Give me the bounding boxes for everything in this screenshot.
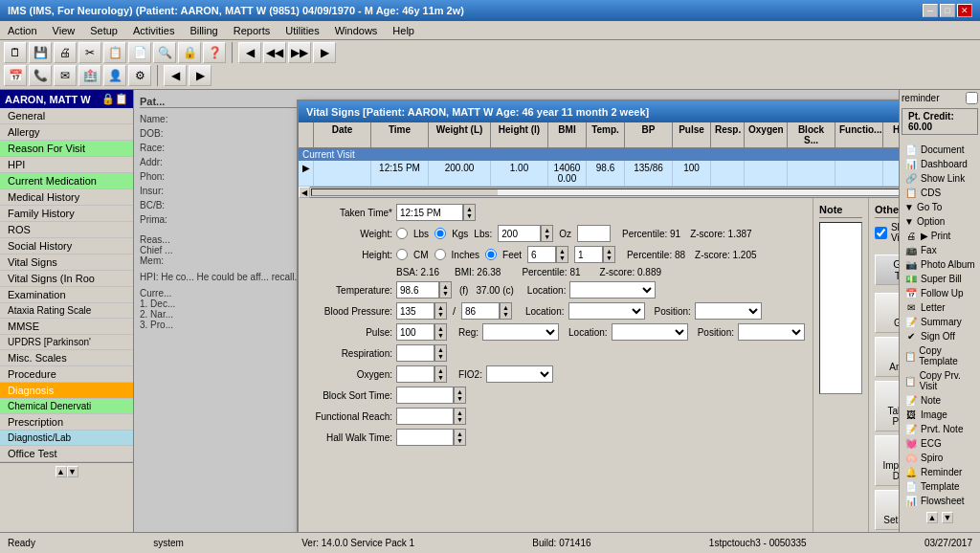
nav-procedure[interactable]: Procedure: [0, 366, 133, 383]
set-default-button[interactable]: ⚙ Set Default: [875, 490, 899, 530]
block-sort-input[interactable]: ▲ ▼: [396, 387, 466, 404]
temp-input[interactable]: ▲ ▼: [396, 281, 452, 299]
right-follow-up[interactable]: 📅 Follow Up: [902, 286, 978, 300]
grid-hscroll[interactable]: ◀ ▶: [299, 187, 899, 198]
spinner-down[interactable]: ▼: [464, 212, 475, 219]
weight-field[interactable]: [498, 225, 541, 242]
fr-down[interactable]: ▼: [455, 416, 465, 423]
bp-location-select[interactable]: [568, 302, 645, 320]
nav-family-history[interactable]: Family History: [0, 206, 133, 222]
menu-action[interactable]: Action: [4, 24, 41, 37]
spinner-up[interactable]: ▲: [464, 206, 475, 212]
menu-help[interactable]: Help: [389, 24, 418, 37]
nav-allergy[interactable]: Allergy: [0, 124, 133, 141]
hscroll-track[interactable]: [311, 188, 899, 196]
hscroll-left[interactable]: ◀: [299, 187, 310, 198]
pulse-spinner[interactable]: ▲ ▼: [434, 323, 447, 341]
oxygen-field[interactable]: [396, 365, 434, 383]
bps-up[interactable]: ▲: [435, 304, 446, 311]
nav-office-test[interactable]: Office Test: [0, 446, 133, 462]
nav-prescription[interactable]: Prescription: [0, 414, 133, 431]
analysis-button[interactable]: 📋 Analysis: [875, 337, 899, 377]
functional-spinner[interactable]: ▲ ▼: [454, 408, 466, 425]
weight-kgs-radio[interactable]: [434, 228, 446, 239]
toolbar-btn-8[interactable]: 🔒: [178, 42, 201, 63]
block-sort-spinner[interactable]: ▲ ▼: [454, 387, 466, 404]
nav-current-medication[interactable]: Current Medication: [0, 173, 133, 189]
toolbar-btn-16[interactable]: ✉: [54, 65, 77, 86]
functional-field[interactable]: [396, 408, 454, 425]
nav-updrs[interactable]: UPDRS [Parkinson': [0, 335, 133, 350]
taken-by-patient-button[interactable]: 👤 Taken By Patient: [875, 381, 899, 431]
bp-dia-spinner[interactable]: ▲ ▼: [500, 302, 512, 320]
menu-utilities[interactable]: Utilities: [281, 24, 323, 37]
reminder-checkbox[interactable]: [966, 92, 978, 104]
graph-button[interactable]: 📊 Graph: [875, 293, 899, 333]
toolbar-btn-1[interactable]: 🗒: [4, 42, 27, 63]
height-cm-radio[interactable]: [396, 249, 408, 260]
menu-reports[interactable]: Reports: [230, 24, 275, 37]
hf-down[interactable]: ▼: [557, 254, 568, 261]
bpd-down[interactable]: ▼: [501, 311, 511, 318]
grid-data-row[interactable]: ▶ 12:15 PM 200.00 1.00 14060 0.00 98.6 1…: [299, 161, 899, 187]
nav-reason-for-visit[interactable]: Reason For Visit: [0, 141, 133, 157]
weight-input[interactable]: ▲ ▼: [498, 225, 553, 242]
weight-down[interactable]: ▼: [542, 233, 552, 240]
toolbar-btn-20[interactable]: ◀: [164, 65, 187, 86]
nav-ros[interactable]: ROS: [0, 222, 133, 238]
taken-time-field[interactable]: [396, 204, 463, 221]
toolbar-btn-21[interactable]: ▶: [189, 65, 212, 86]
goto-button[interactable]: Go To ▼: [875, 254, 899, 285]
toolbar-btn-14[interactable]: 📅: [4, 65, 27, 86]
taken-time-spinner[interactable]: ▲ ▼: [463, 204, 476, 221]
temp-down[interactable]: ▼: [440, 290, 451, 297]
hi-up[interactable]: ▲: [604, 248, 614, 254]
right-print[interactable]: 🖨 ▶ Print: [902, 229, 978, 243]
nav-social-history[interactable]: Social History: [0, 238, 133, 254]
right-reminder[interactable]: 🔔 Reminder: [902, 465, 978, 479]
temp-up[interactable]: ▲: [440, 283, 451, 290]
toolbar-btn-2[interactable]: 💾: [29, 42, 52, 63]
resp-spinner[interactable]: ▲ ▼: [434, 344, 447, 362]
resp-field[interactable]: [396, 344, 434, 362]
right-super-bill[interactable]: 💵 Super Bill: [902, 272, 978, 286]
resp-input[interactable]: ▲ ▼: [396, 344, 447, 362]
toolbar-btn-18[interactable]: 👤: [103, 65, 126, 86]
bs-down[interactable]: ▼: [455, 395, 465, 402]
ox-up[interactable]: ▲: [435, 367, 446, 374]
hall-walk-field[interactable]: [396, 429, 454, 446]
toolbar-btn-15[interactable]: 📞: [29, 65, 52, 86]
nav-hpi[interactable]: HPI: [0, 157, 133, 173]
right-fax[interactable]: 📠 Fax: [902, 243, 978, 257]
bp-systolic-input[interactable]: ▲ ▼: [396, 302, 447, 320]
functional-input[interactable]: ▲ ▼: [396, 408, 466, 425]
pulse-location-select[interactable]: [612, 323, 688, 341]
bp-systolic-field[interactable]: [396, 302, 434, 320]
right-document[interactable]: 📄 Document: [902, 143, 978, 157]
resp-up[interactable]: ▲: [435, 346, 446, 353]
right-goto[interactable]: ▼ Go To: [902, 200, 978, 214]
pulse-position-select[interactable]: [738, 323, 805, 341]
restore-btn[interactable]: □: [940, 4, 955, 17]
nav-chemical[interactable]: Chemical Denervati: [0, 399, 133, 414]
weight-spinner[interactable]: ▲ ▼: [541, 225, 553, 242]
minimize-btn[interactable]: ─: [923, 4, 938, 17]
hi-down[interactable]: ▼: [604, 254, 614, 261]
menu-activities[interactable]: Activities: [129, 24, 178, 37]
right-photo-album[interactable]: 📷 Photo Album: [902, 257, 978, 272]
nav-vital-signs[interactable]: Vital Signs: [0, 254, 133, 271]
taken-time-input[interactable]: ▲ ▼: [396, 204, 476, 221]
toolbar-btn-19[interactable]: ⚙: [128, 65, 151, 86]
right-option[interactable]: ▼ Option: [902, 214, 978, 229]
right-sign-off[interactable]: ✔ Sign Off: [902, 329, 978, 343]
toolbar-btn-10[interactable]: ◀: [238, 42, 261, 63]
toolbar-btn-3[interactable]: 🖨: [54, 42, 77, 63]
oxygen-spinner[interactable]: ▲ ▼: [434, 365, 447, 383]
height-feet-spinner[interactable]: ▲ ▼: [556, 246, 568, 263]
menu-setup[interactable]: Setup: [86, 24, 122, 37]
hw-up[interactable]: ▲: [455, 431, 465, 437]
pulse-down[interactable]: ▼: [435, 332, 446, 339]
show-in-visit-checkbox[interactable]: [875, 227, 887, 239]
nav-mmse[interactable]: MMSE: [0, 319, 133, 335]
bp-diastolic-field[interactable]: [461, 302, 500, 320]
